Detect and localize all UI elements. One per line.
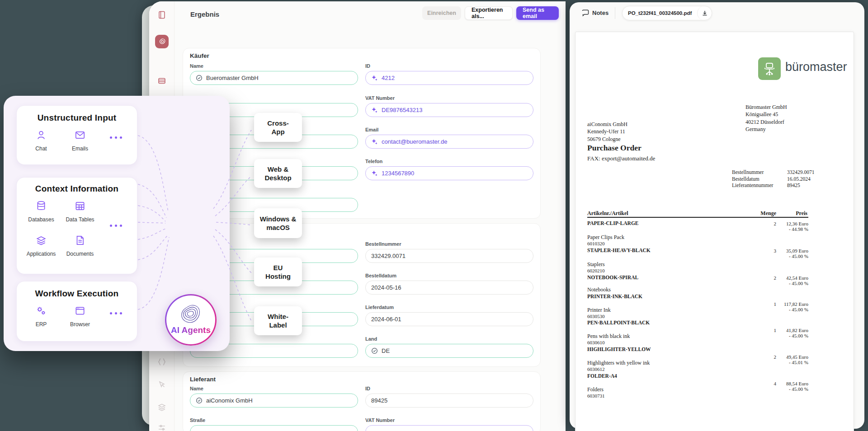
kaeufer-email-value: contact@bueromaster.de [382,138,447,145]
kaeufer-email-field[interactable]: contact@bueromaster.de [365,135,533,149]
lieferdatum-label: Lieferdatum [365,305,394,310]
kaeufer-id-field[interactable]: 4212 [365,71,533,85]
kaeufer-heading: Käufer [190,52,209,59]
ai-sparkle-icon [371,107,378,113]
settings-sliders-icon[interactable] [157,423,166,431]
layers-stack-icon[interactable] [157,403,166,412]
kaeufer-vat-field[interactable]: DE9876543213 [365,103,533,117]
server-list-icon[interactable] [157,76,166,85]
lieferdatum-value: 2024-06-01 [371,316,401,323]
pdf-filename: PO_t232f41_00324500.pdf [623,10,697,16]
automaited-logo-active-icon[interactable] [155,35,169,48]
check-circle-icon [371,347,378,354]
unstructured-input-card: Unstructured Input Chat Emails [16,105,137,165]
card-title: Context Information [17,184,137,194]
marketing-overlay-panel: Unstructured Input Chat Emails Context I… [4,96,230,351]
envelope-icon [74,129,86,141]
bestelldatum-value: 2024-05-16 [371,284,401,291]
strasse-field[interactable] [190,425,358,431]
check-circle-icon [196,397,203,404]
kaeufer-telefon-value: 1234567890 [382,170,414,177]
bestellnummer-label: Bestellnummer [365,241,401,247]
feature-white-label: White-Label [254,306,302,335]
table-icon [74,200,86,212]
browser-item: Browser [63,305,97,328]
card-title: Workflow Execution [17,289,137,299]
bestelldatum-field[interactable]: 2024-05-16 [365,281,533,295]
lieferant-name-field[interactable]: aiConomix GmbH [190,394,358,408]
page-title: Ergebnis [190,10,219,18]
kaeufer-vat-label: VAT Number [365,95,395,101]
lieferant-name-label: Name [190,386,203,391]
kaeufer-email-label: Email [365,127,378,132]
database-icon [35,200,47,212]
emails-item: Emails [63,129,97,152]
kaeufer-name-field[interactable]: Bueromaster GmbH [190,71,358,85]
send-email-button[interactable]: Send as email [516,6,559,20]
feature-cross-app: Cross-App [254,113,302,142]
lieferant-heading: Lieferant [190,376,216,383]
layers-icon [35,234,47,246]
col-artikel: Artikelnr./Artikel [587,210,628,217]
ellipsis-icon [110,136,122,139]
table-header-rule [587,217,808,218]
lieferant-id-label: ID [365,386,370,391]
col-preis: Preis [796,210,807,217]
kaeufer-telefon-field[interactable]: 1234567890 [365,166,533,180]
lieferdatum-field[interactable]: 2024-06-01 [365,312,533,326]
cursor-click-icon[interactable] [157,380,166,389]
automaited-swirl-logo-icon [179,305,203,324]
lieferant-vat-label: VAT Number [365,417,395,423]
chat-bubble-icon [581,9,590,17]
person-icon [35,129,47,141]
land-value: DE [382,347,390,354]
submit-button[interactable]: Einreichen [422,6,461,20]
office-chair-icon [762,61,777,76]
journal-icon[interactable] [157,10,166,19]
export-button[interactable]: Exportieren als... [465,6,513,20]
lieferant-id-field[interactable]: 89425 [365,394,533,408]
applications-item: Applications [24,234,58,257]
file-pill[interactable]: PO_t232f41_00324500.pdf [622,6,712,20]
bestellnummer-value: 332429.0071 [371,253,406,259]
bestelldatum-label: Bestelldatum [365,273,396,278]
po-meta-values: 332429.0071 16.05.2024 89425 [787,169,814,189]
supplier-address: Büromaster GmbH Königsallee 45 40212 Düs… [745,103,787,133]
bestellnummer-field[interactable]: 332429.0071 [365,249,533,263]
browser-window-icon [74,305,86,317]
ai-sparkle-icon [371,138,378,145]
kaeufer-vat-value: DE9876543213 [382,107,422,113]
document-icon [74,234,86,246]
code-braces-icon[interactable] [157,357,166,366]
kaeufer-telefon-label: Telefon [365,159,382,164]
download-icon [702,10,708,16]
buyer-address: aiConomix GmbH Kennedy-Ufer 11 50679 Col… [587,121,627,143]
lieferant-vat-field[interactable] [365,425,533,431]
erp-item: ERP [24,305,58,328]
data-tables-item: Data Tables [63,200,97,223]
download-button[interactable] [697,6,712,20]
pdf-preview-panel: Notes PO_t232f41_00324500.pdf büromaster [570,2,864,429]
notes-button[interactable]: Notes [592,9,609,16]
feature-windows-macos: Windows &macOS [254,208,302,238]
documents-item: Documents [63,234,97,257]
land-field[interactable]: DE [365,344,533,358]
kaeufer-id-value: 4212 [382,75,395,81]
lieferant-name-value: aiConomix GmbH [206,397,253,404]
kaeufer-name-label: Name [190,63,203,69]
ellipsis-icon [110,312,122,314]
kaeufer-id-label: ID [365,63,370,69]
ai-agents-label: AI Agents [171,325,211,335]
workflow-execution-card: Workflow Execution ERP Browser [16,281,137,342]
check-circle-icon [196,75,203,81]
po-meta-labels: Bestellnummer Bestelldatum Lieferantennu… [732,169,773,189]
po-title: Purchase Order [587,143,642,153]
brand-name: büromaster [785,60,847,74]
feature-web-desktop: Web &Desktop [254,159,302,188]
topbar-divider [615,7,615,19]
ellipsis-icon [110,225,122,227]
fax-line: FAX: export@automaited.de [587,155,655,162]
gears-icon [35,305,47,317]
card-title: Unstructured Input [17,113,137,123]
databases-item: Databases [24,200,58,223]
